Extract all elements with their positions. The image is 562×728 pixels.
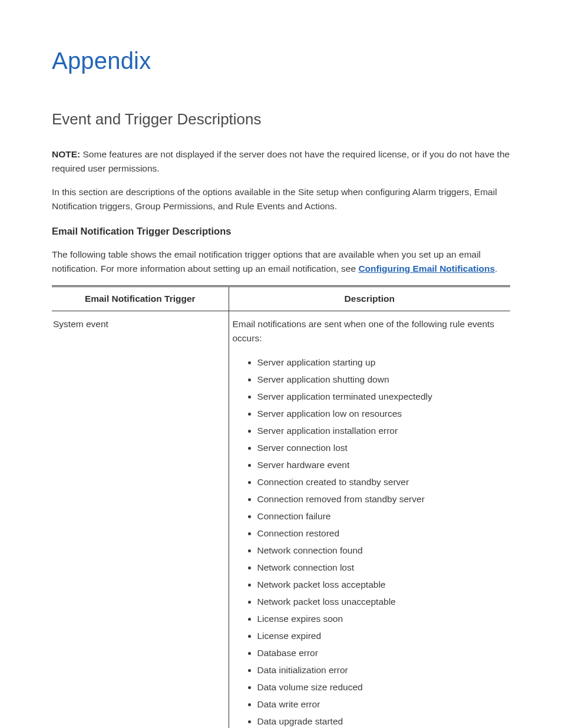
- table-header-trigger: Email Notification Trigger: [52, 286, 229, 311]
- email-notification-trigger-table: Email Notification Trigger Description S…: [52, 285, 510, 728]
- configuring-email-notifications-link[interactable]: Configuring Email Notifications: [358, 263, 495, 274]
- list-item: Server application installation error: [257, 422, 507, 439]
- page: Appendix Event and Trigger Descriptions …: [0, 0, 562, 728]
- list-item: Server connection lost: [257, 439, 507, 456]
- note-text: Some features are not displayed if the s…: [52, 149, 510, 173]
- list-item: Server hardware event: [257, 456, 507, 473]
- list-item: Server application terminated unexpected…: [257, 388, 507, 405]
- cell-trigger: System event: [52, 311, 229, 728]
- note-label: NOTE:: [52, 149, 80, 159]
- cell-description: Email notifications are sent when one of…: [229, 311, 510, 728]
- description-lead: Email notifications are sent when one of…: [233, 319, 495, 343]
- list-item: Data write error: [257, 696, 507, 713]
- table-row: System event Email notifications are sen…: [52, 311, 510, 728]
- list-item: Server application low on resources: [257, 405, 507, 422]
- list-item: Network connection lost: [257, 559, 507, 576]
- subsection-intro: The following table shows the email noti…: [52, 248, 510, 276]
- note-paragraph: NOTE: Some features are not displayed if…: [52, 147, 510, 176]
- list-item: Data upgrade started: [257, 713, 507, 728]
- list-item: Network connection found: [257, 542, 507, 559]
- list-item: Data volume size reduced: [257, 678, 507, 696]
- list-item: Connection removed from standby server: [257, 490, 507, 508]
- page-title: Appendix: [52, 42, 510, 79]
- list-item: Data initialization error: [257, 661, 507, 678]
- subsection-heading: Email Notification Trigger Descriptions: [52, 224, 510, 239]
- list-item: Network packet loss unacceptable: [257, 593, 507, 610]
- subsection-intro-trailing: .: [495, 263, 497, 274]
- list-item: Server application shutting down: [257, 371, 507, 388]
- list-item: License expires soon: [257, 610, 507, 627]
- section-heading: Event and Trigger Descriptions: [52, 107, 510, 131]
- list-item: Connection failure: [257, 508, 507, 525]
- table-header-description: Description: [229, 286, 510, 311]
- intro-paragraph: In this section are descriptions of the …: [52, 185, 510, 213]
- list-item: Connection created to standby server: [257, 473, 507, 490]
- event-list: Server application starting up Server ap…: [233, 354, 507, 728]
- list-item: Network packet loss acceptable: [257, 576, 507, 593]
- list-item: License expired: [257, 627, 507, 644]
- list-item: Database error: [257, 644, 507, 661]
- list-item: Server application starting up: [257, 354, 507, 371]
- list-item: Connection restored: [257, 525, 507, 542]
